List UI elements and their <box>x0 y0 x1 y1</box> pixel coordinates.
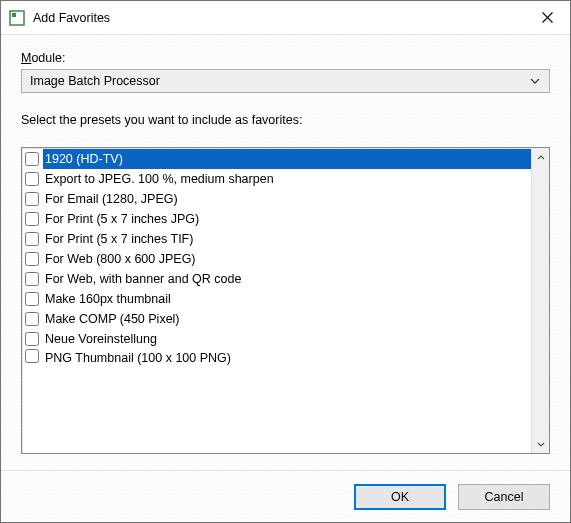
preset-label: Make 160px thumbnail <box>43 289 531 309</box>
svg-rect-1 <box>12 13 16 17</box>
preset-row[interactable]: 1920 (HD-TV) <box>23 149 531 169</box>
preset-row[interactable]: For Print (5 x 7 inches JPG) <box>23 209 531 229</box>
preset-list[interactable]: 1920 (HD-TV)Export to JPEG. 100 %, mediu… <box>22 148 531 453</box>
preset-listbox: 1920 (HD-TV)Export to JPEG. 100 %, mediu… <box>21 147 550 454</box>
titlebar: Add Favorites <box>1 1 570 35</box>
module-combobox[interactable]: Image Batch Processor <box>21 69 550 93</box>
preset-row[interactable]: For Web (800 x 600 JPEG) <box>23 249 531 269</box>
preset-row[interactable]: Make 160px thumbnail <box>23 289 531 309</box>
scroll-down-icon[interactable] <box>532 435 549 453</box>
dialog-body: Module: Image Batch Processor Select the… <box>1 35 570 470</box>
scrollbar-vertical[interactable] <box>531 148 549 453</box>
dialog-title: Add Favorites <box>33 11 524 25</box>
preset-row[interactable]: For Web, with banner and QR code <box>23 269 531 289</box>
preset-checkbox[interactable] <box>25 272 39 286</box>
preset-checkbox[interactable] <box>25 312 39 326</box>
ok-button[interactable]: OK <box>354 484 446 510</box>
preset-checkbox[interactable] <box>25 252 39 266</box>
module-combobox-value: Image Batch Processor <box>30 74 527 88</box>
preset-row[interactable]: For Email (1280, JPEG) <box>23 189 531 209</box>
preset-label: PNG Thumbnail (100 x 100 PNG) <box>43 349 531 366</box>
preset-row[interactable]: PNG Thumbnail (100 x 100 PNG) <box>23 349 531 366</box>
app-icon <box>9 10 25 26</box>
preset-label: For Print (5 x 7 inches JPG) <box>43 209 531 229</box>
preset-row[interactable]: Export to JPEG. 100 %, medium sharpen <box>23 169 531 189</box>
preset-label: Neue Voreinstellung <box>43 329 531 349</box>
preset-row[interactable]: Make COMP (450 Pixel) <box>23 309 531 329</box>
preset-row[interactable]: Neue Voreinstellung <box>23 329 531 349</box>
preset-label: Export to JPEG. 100 %, medium sharpen <box>43 169 531 189</box>
chevron-down-icon <box>527 73 543 89</box>
preset-checkbox[interactable] <box>25 292 39 306</box>
dialog-window: Add Favorites Module: Image Batch Proces… <box>0 0 571 523</box>
preset-checkbox[interactable] <box>25 349 39 363</box>
scroll-up-icon[interactable] <box>532 148 549 166</box>
preset-label: Make COMP (450 Pixel) <box>43 309 531 329</box>
preset-label: For Print (5 x 7 inches TIF) <box>43 229 531 249</box>
preset-checkbox[interactable] <box>25 332 39 346</box>
preset-label: For Email (1280, JPEG) <box>43 189 531 209</box>
module-label: Module: <box>21 51 550 65</box>
preset-checkbox[interactable] <box>25 172 39 186</box>
preset-row[interactable]: For Print (5 x 7 inches TIF) <box>23 229 531 249</box>
preset-checkbox[interactable] <box>25 152 39 166</box>
preset-label: For Web, with banner and QR code <box>43 269 531 289</box>
preset-label: 1920 (HD-TV) <box>43 149 531 169</box>
close-button[interactable] <box>524 2 570 34</box>
preset-label: For Web (800 x 600 JPEG) <box>43 249 531 269</box>
cancel-button[interactable]: Cancel <box>458 484 550 510</box>
button-row: OK Cancel <box>1 470 570 522</box>
preset-checkbox[interactable] <box>25 212 39 226</box>
preset-checkbox[interactable] <box>25 192 39 206</box>
instruction-label: Select the presets you want to include a… <box>21 113 550 127</box>
preset-checkbox[interactable] <box>25 232 39 246</box>
